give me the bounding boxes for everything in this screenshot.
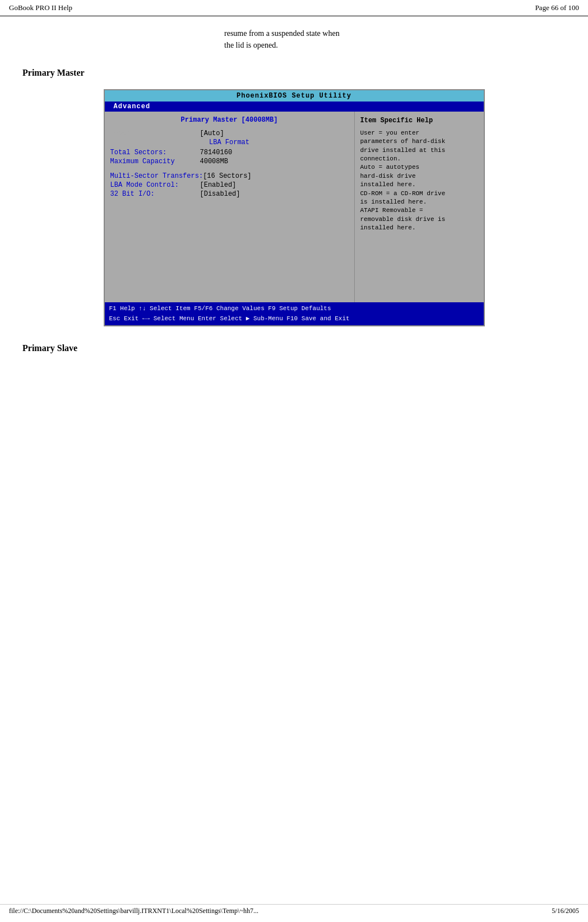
bios-type-value: [Auto] [200,130,224,137]
bios-type-label: Type: [110,130,200,137]
page-info: Page 66 of 100 [535,3,579,12]
bios-help-text: User = you enter parameters of hard-disk… [360,129,478,233]
main-content: resume from a suspended state when the l… [0,16,588,365]
bios-32bit-label: 32 Bit I/O: [110,190,200,198]
primary-master-heading: Primary Master [22,68,566,78]
bios-lba-mode-value: [Enabled] [200,181,237,189]
bios-lba-format: LBA Format [110,139,349,146]
bios-subheader: Primary Master [40008MB] [110,116,349,124]
bios-total-sectors-value: 78140160 [200,149,233,156]
page-footer: file://C:\Documents%20and%20Settings\bar… [0,904,588,918]
bios-menu-bar: Advanced [105,102,484,112]
intro-line2: the lid is opened. [224,39,566,51]
bios-footer: F1 Help ↑↓ Select Item F5/F6 Change Valu… [105,302,484,325]
bios-body: Primary Master [40008MB] Type: [Auto] LB… [105,112,484,302]
bios-total-sectors-row: Total Sectors: 78140160 [110,149,349,156]
bios-multi-sector-label: Multi-Sector Transfers: [110,172,203,180]
footer-date: 5/16/2005 [552,907,579,915]
bios-left-panel: Primary Master [40008MB] Type: [Auto] LB… [105,112,355,302]
bios-screenshot: PhoenixBIOS Setup Utility Advanced Prima… [104,89,485,326]
bios-multi-sector-row: Multi-Sector Transfers: [16 Sectors] [110,172,349,180]
bios-32bit-row: 32 Bit I/O: [Disabled] [110,190,349,198]
bios-title-bar: PhoenixBIOS Setup Utility [105,90,484,102]
bios-max-capacity-value: 40008MB [200,158,228,165]
intro-text: resume from a suspended state when the l… [224,27,566,51]
bios-footer-line1: F1 Help ↑↓ Select Item F5/F6 Change Valu… [109,304,479,314]
bios-max-capacity-row: Maximum Capacity 40008MB [110,158,349,165]
bios-32bit-value: [Disabled] [200,190,240,198]
bios-multi-sector-value: [16 Sectors] [203,172,251,180]
bios-type-row: Type: [Auto] [110,130,349,137]
bios-lba-mode-row: LBA Mode Control: [Enabled] [110,181,349,189]
bios-max-capacity-label: Maximum Capacity [110,158,200,165]
bios-item-specific-help-header: Item Specific Help [360,116,478,126]
footer-file-path: file://C:\Documents%20and%20Settings\bar… [9,907,258,915]
page-header: GoBook PRO II Help Page 66 of 100 [0,0,588,16]
bios-lba-mode-label: LBA Mode Control: [110,181,200,189]
app-title: GoBook PRO II Help [9,3,72,12]
bios-menu-advanced: Advanced [110,102,154,112]
bios-title: PhoenixBIOS Setup Utility [237,92,351,100]
bios-footer-line2: Esc Exit ←→ Select Menu Enter Select ▶ S… [109,314,479,324]
bios-right-panel: Item Specific Help User = you enter para… [355,112,484,302]
primary-slave-heading: Primary Slave [22,343,566,353]
bios-total-sectors-label: Total Sectors: [110,149,200,156]
intro-line1: resume from a suspended state when [224,27,566,39]
